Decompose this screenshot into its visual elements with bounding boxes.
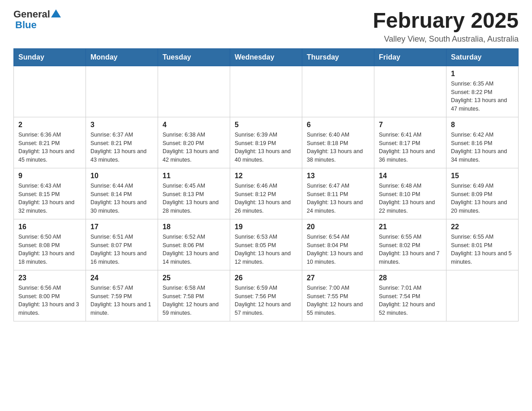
day-info: Sunrise: 6:36 AM Sunset: 8:21 PM Dayligh…	[18, 131, 81, 164]
day-info: Sunrise: 6:35 AM Sunset: 8:22 PM Dayligh…	[451, 80, 514, 113]
week-row-2: 2Sunrise: 6:36 AM Sunset: 8:21 PM Daylig…	[14, 117, 519, 168]
day-number: 25	[163, 274, 225, 282]
day-number: 27	[307, 274, 369, 282]
day-info: Sunrise: 6:49 AM Sunset: 8:09 PM Dayligh…	[451, 182, 514, 215]
day-cell: 16Sunrise: 6:50 AM Sunset: 8:08 PM Dayli…	[14, 219, 86, 270]
day-number: 18	[163, 223, 225, 231]
day-number: 10	[90, 172, 153, 180]
month-title: February 2025	[373, 9, 519, 33]
week-row-3: 9Sunrise: 6:43 AM Sunset: 8:15 PM Daylig…	[14, 168, 519, 219]
day-number: 14	[379, 172, 442, 180]
calendar-body: 1Sunrise: 6:35 AM Sunset: 8:22 PM Daylig…	[14, 66, 519, 321]
header-day-thursday: Thursday	[302, 48, 374, 66]
day-number: 6	[307, 121, 369, 129]
day-number: 20	[307, 223, 369, 231]
day-number: 16	[18, 223, 81, 231]
day-info: Sunrise: 7:01 AM Sunset: 7:54 PM Dayligh…	[379, 284, 442, 317]
day-number: 3	[90, 121, 153, 129]
day-cell	[14, 66, 86, 117]
day-number: 24	[90, 274, 153, 282]
day-cell: 11Sunrise: 6:45 AM Sunset: 8:13 PM Dayli…	[158, 168, 230, 219]
day-cell: 8Sunrise: 6:42 AM Sunset: 8:16 PM Daylig…	[446, 117, 519, 168]
day-cell: 14Sunrise: 6:48 AM Sunset: 8:10 PM Dayli…	[374, 168, 446, 219]
day-cell	[446, 270, 519, 321]
day-number: 23	[18, 274, 81, 282]
day-info: Sunrise: 6:55 AM Sunset: 8:01 PM Dayligh…	[451, 233, 514, 266]
day-info: Sunrise: 6:55 AM Sunset: 8:02 PM Dayligh…	[379, 233, 442, 266]
day-cell: 15Sunrise: 6:49 AM Sunset: 8:09 PM Dayli…	[446, 168, 519, 219]
header-day-saturday: Saturday	[446, 48, 519, 66]
header-day-tuesday: Tuesday	[158, 48, 230, 66]
day-info: Sunrise: 6:41 AM Sunset: 8:17 PM Dayligh…	[379, 131, 442, 164]
logo: General Blue	[13, 9, 61, 30]
svg-marker-0	[51, 9, 61, 17]
logo-general-text: General	[13, 9, 50, 20]
day-number: 15	[451, 172, 514, 180]
day-cell: 27Sunrise: 7:00 AM Sunset: 7:55 PM Dayli…	[302, 270, 374, 321]
day-info: Sunrise: 6:48 AM Sunset: 8:10 PM Dayligh…	[379, 182, 442, 215]
header-day-sunday: Sunday	[14, 48, 86, 66]
day-cell: 7Sunrise: 6:41 AM Sunset: 8:17 PM Daylig…	[374, 117, 446, 168]
page-header: General Blue February 2025 Valley View, …	[13, 9, 519, 44]
day-cell	[158, 66, 230, 117]
week-row-5: 23Sunrise: 6:56 AM Sunset: 8:00 PM Dayli…	[14, 270, 519, 321]
day-cell	[230, 66, 302, 117]
day-cell	[302, 66, 374, 117]
day-info: Sunrise: 6:53 AM Sunset: 8:05 PM Dayligh…	[235, 233, 297, 266]
day-cell: 2Sunrise: 6:36 AM Sunset: 8:21 PM Daylig…	[14, 117, 86, 168]
day-number: 11	[163, 172, 225, 180]
day-info: Sunrise: 6:54 AM Sunset: 8:04 PM Dayligh…	[307, 233, 369, 266]
day-cell: 28Sunrise: 7:01 AM Sunset: 7:54 PM Dayli…	[374, 270, 446, 321]
day-info: Sunrise: 6:45 AM Sunset: 8:13 PM Dayligh…	[163, 182, 225, 215]
day-number: 2	[18, 121, 81, 129]
day-cell: 17Sunrise: 6:51 AM Sunset: 8:07 PM Dayli…	[86, 219, 158, 270]
day-cell: 26Sunrise: 6:59 AM Sunset: 7:56 PM Dayli…	[230, 270, 302, 321]
day-cell: 1Sunrise: 6:35 AM Sunset: 8:22 PM Daylig…	[446, 66, 519, 117]
day-info: Sunrise: 6:40 AM Sunset: 8:18 PM Dayligh…	[307, 131, 369, 164]
day-cell: 24Sunrise: 6:57 AM Sunset: 7:59 PM Dayli…	[86, 270, 158, 321]
week-row-4: 16Sunrise: 6:50 AM Sunset: 8:08 PM Dayli…	[14, 219, 519, 270]
day-info: Sunrise: 6:44 AM Sunset: 8:14 PM Dayligh…	[90, 182, 153, 215]
day-number: 1	[451, 70, 514, 78]
logo-blue-text: Blue	[15, 20, 61, 30]
day-cell: 12Sunrise: 6:46 AM Sunset: 8:12 PM Dayli…	[230, 168, 302, 219]
day-info: Sunrise: 6:52 AM Sunset: 8:06 PM Dayligh…	[163, 233, 225, 266]
calendar-table: SundayMondayTuesdayWednesdayThursdayFrid…	[13, 48, 519, 321]
day-number: 9	[18, 172, 81, 180]
day-cell: 10Sunrise: 6:44 AM Sunset: 8:14 PM Dayli…	[86, 168, 158, 219]
calendar-header: SundayMondayTuesdayWednesdayThursdayFrid…	[14, 48, 519, 66]
day-info: Sunrise: 6:43 AM Sunset: 8:15 PM Dayligh…	[18, 182, 81, 215]
header-day-friday: Friday	[374, 48, 446, 66]
day-cell: 3Sunrise: 6:37 AM Sunset: 8:21 PM Daylig…	[86, 117, 158, 168]
day-number: 28	[379, 274, 442, 282]
day-cell: 4Sunrise: 6:38 AM Sunset: 8:20 PM Daylig…	[158, 117, 230, 168]
day-number: 19	[235, 223, 297, 231]
day-info: Sunrise: 6:56 AM Sunset: 8:00 PM Dayligh…	[18, 284, 81, 317]
day-info: Sunrise: 6:42 AM Sunset: 8:16 PM Dayligh…	[451, 131, 514, 164]
day-number: 21	[379, 223, 442, 231]
day-cell	[86, 66, 158, 117]
day-info: Sunrise: 6:59 AM Sunset: 7:56 PM Dayligh…	[235, 284, 297, 317]
day-cell: 13Sunrise: 6:47 AM Sunset: 8:11 PM Dayli…	[302, 168, 374, 219]
header-day-wednesday: Wednesday	[230, 48, 302, 66]
day-cell: 23Sunrise: 6:56 AM Sunset: 8:00 PM Dayli…	[14, 270, 86, 321]
day-cell: 25Sunrise: 6:58 AM Sunset: 7:58 PM Dayli…	[158, 270, 230, 321]
day-info: Sunrise: 6:50 AM Sunset: 8:08 PM Dayligh…	[18, 233, 81, 266]
day-cell: 5Sunrise: 6:39 AM Sunset: 8:19 PM Daylig…	[230, 117, 302, 168]
header-day-monday: Monday	[86, 48, 158, 66]
day-cell: 21Sunrise: 6:55 AM Sunset: 8:02 PM Dayli…	[374, 219, 446, 270]
day-cell: 18Sunrise: 6:52 AM Sunset: 8:06 PM Dayli…	[158, 219, 230, 270]
day-number: 7	[379, 121, 442, 129]
day-number: 5	[235, 121, 297, 129]
day-cell: 6Sunrise: 6:40 AM Sunset: 8:18 PM Daylig…	[302, 117, 374, 168]
day-number: 8	[451, 121, 514, 129]
day-number: 22	[451, 223, 514, 231]
day-cell: 22Sunrise: 6:55 AM Sunset: 8:01 PM Dayli…	[446, 219, 519, 270]
week-row-1: 1Sunrise: 6:35 AM Sunset: 8:22 PM Daylig…	[14, 66, 519, 117]
day-info: Sunrise: 6:58 AM Sunset: 7:58 PM Dayligh…	[163, 284, 225, 317]
day-number: 4	[163, 121, 225, 129]
day-info: Sunrise: 6:57 AM Sunset: 7:59 PM Dayligh…	[90, 284, 153, 317]
location-subtitle: Valley View, South Australia, Australia	[373, 34, 519, 44]
day-info: Sunrise: 6:39 AM Sunset: 8:19 PM Dayligh…	[235, 131, 297, 164]
day-info: Sunrise: 6:46 AM Sunset: 8:12 PM Dayligh…	[235, 182, 297, 215]
